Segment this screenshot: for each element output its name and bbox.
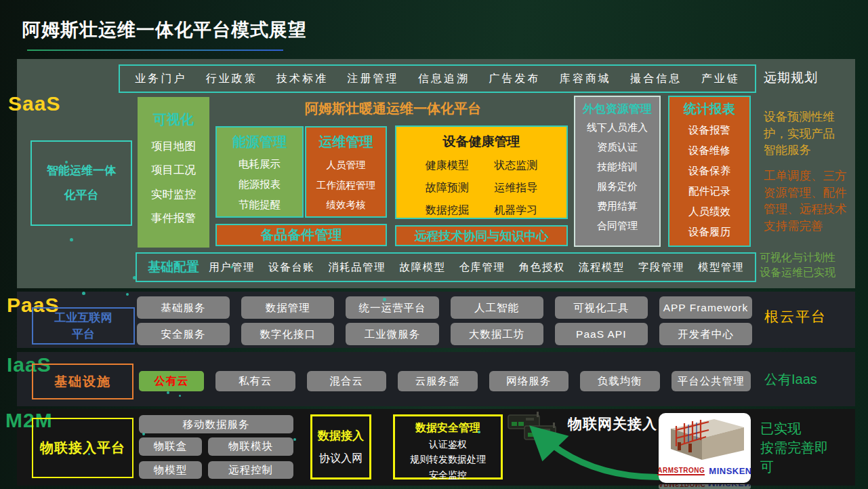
decor-dot: [293, 438, 296, 441]
decor-dot: [133, 276, 136, 279]
nav-item: 信息追溯: [418, 72, 470, 86]
health-item: 状态监测: [482, 159, 551, 173]
data-security-item: 安全监控: [395, 467, 501, 482]
iot-access-platform-box: 物联接入平台: [32, 418, 133, 478]
industrial-internet-platform-label: 工业互联网平台: [51, 310, 116, 343]
visualization-item: 项目地图: [138, 134, 209, 158]
ops-item: 工作流程管理: [306, 176, 386, 196]
visualization-item: 事件报警: [138, 206, 209, 230]
saas-top-nav: 业务门户行业政策技术标准注册管理信息追溯广告发布库容商城撮合信息产业链: [119, 64, 756, 93]
energy-item: 节能提醒: [217, 195, 302, 215]
data-security-items: 认证鉴权规则转发数据处理安全监控: [395, 437, 501, 482]
ops-mgmt-box: 运维管理 人员管理工作流程管理绩效考核: [305, 126, 387, 218]
energy-item: 能源报表: [217, 174, 302, 195]
note-predictive-maintenance: 设备预测性维护，实现产品智能服务: [764, 109, 842, 159]
armstrong-logo: ARMSTRONG: [657, 467, 705, 475]
reports-item: 配件记录: [669, 181, 749, 201]
base-config-item: 仓库管理: [459, 260, 505, 275]
decor-dot: [167, 391, 169, 394]
note-to-improve: 工单调度、三方资源管理、配件管理、远程技术支持需完善: [764, 168, 849, 234]
data-security-title: 数据安全管理: [395, 421, 501, 435]
decor-dot: [65, 161, 68, 163]
iaas-services-row: 私有云混合云云服务器网络服务负载均衡平台公共管理: [215, 371, 751, 391]
outsourcing-items: 线下人员准入资质认证技能培训服务定价费用结算合同管理: [575, 118, 659, 236]
equipment-health-title: 设备健康管理: [396, 133, 566, 151]
base-config-bar: 基础配置 用户管理设备台账消耗品管理故障模型仓库管理角色授权流程模型字段管理模型…: [136, 252, 756, 282]
public-cloud-chip: 公有云: [139, 371, 204, 391]
remote-knowledge-bar: 远程技术协同与知识中心: [395, 225, 568, 246]
base-config-item: 字段管理: [638, 260, 684, 275]
nav-item: 广告发布: [489, 72, 540, 86]
note-rootcloud: 根云平台: [764, 307, 827, 326]
paas-service-chip: 数据管理: [241, 296, 334, 319]
energy-mgmt-items: 电耗展示能源报表节能提醒: [217, 154, 302, 216]
health-item: 数据挖掘: [413, 203, 482, 218]
smart-platform-label: 智能运维一体化平台: [44, 159, 119, 207]
paas-service-chip: 安全服务: [137, 323, 230, 345]
slide: 阿姆斯壮运维一体化平台模式展望 SaaS 业务门户行业政策技术标准注册管理信息追…: [0, 0, 868, 489]
base-config-items: 用户管理设备台账消耗品管理故障模型仓库管理角色授权流程模型字段管理模型管理: [209, 260, 744, 275]
reports-box: 统计报表 设备报警设备维修设备保养配件记录人员绩效设备履历: [668, 96, 751, 247]
reports-items: 设备报警设备维修设备保养配件记录人员绩效设备履历: [669, 120, 749, 241]
decor-dot: [383, 298, 386, 301]
title-underline: [27, 50, 283, 51]
paas-service-chip: 大数据工坊: [451, 323, 543, 345]
reports-item: 设备履历: [669, 222, 749, 242]
nav-item: 注册管理: [348, 72, 399, 86]
smart-platform-box: 智能运维一体化平台: [30, 140, 132, 226]
decor-dot: [88, 453, 90, 455]
iaas-service-chip: 云服务器: [398, 371, 478, 391]
equipment-health-items: 健康模型状态监测故障预测运维指导数据挖掘机器学习: [396, 159, 566, 218]
note-long-term-plan: 远期规划: [764, 69, 818, 87]
outsourcing-item: 线下人员准入: [575, 118, 659, 138]
data-security-item: 规则转发数据处理: [395, 452, 501, 467]
industrial-internet-platform-box: 工业互联网平台: [32, 307, 135, 345]
decor-dot: [82, 292, 85, 295]
paas-service-chip: 统一运营平台: [346, 296, 438, 319]
decor-dot: [142, 433, 145, 435]
note-m2m-achieved: 已实现 按需完善即可: [760, 419, 840, 476]
iaas-service-chip: 网络服务: [489, 371, 569, 391]
reports-item: 设备维修: [669, 140, 749, 161]
reports-item: 人员绩效: [669, 201, 749, 222]
data-access-box: 数据接入 协议入网: [310, 414, 371, 480]
iaas-service-chip: 私有云: [215, 371, 295, 391]
paas-service-chip: 人工智能: [451, 296, 543, 319]
center-platform-title: 阿姆斯壮暖通运维一体化平台: [285, 100, 501, 118]
note-achieved-visualization: 可视化与计划性设备运维已实现: [760, 250, 838, 281]
nav-item: 技术标准: [276, 72, 328, 86]
data-security-item: 认证鉴权: [395, 437, 501, 452]
iaas-service-chip: 平台公共管理: [671, 371, 751, 391]
outsourcing-item: 技能培训: [575, 157, 659, 177]
energy-item: 电耗展示: [217, 154, 302, 174]
paas-service-chip: 工业微服务: [346, 323, 438, 345]
base-config-item: 设备台账: [268, 260, 314, 275]
nav-item: 库容商城: [560, 72, 611, 86]
visualization-box: 可视化 项目地图项目工况实时监控事件报警: [138, 97, 209, 248]
minsken-logo: MINSKEN: [709, 466, 751, 476]
iaas-service-chip: 负载均衡: [580, 371, 660, 391]
visualization-title: 可视化: [138, 111, 209, 129]
ops-item: 人员管理: [306, 155, 386, 176]
paas-service-chip: APP Framework: [659, 296, 752, 319]
equipment-health-box: 设备健康管理 健康模型状态监测故障预测运维指导数据挖掘机器学习: [395, 125, 568, 219]
nav-item: 撮合信息: [630, 72, 682, 86]
outsourcing-title: 外包资源管理: [575, 101, 659, 117]
paas-service-chip: 基础服务: [137, 296, 230, 319]
reports-title: 统计报表: [669, 100, 749, 118]
paas-service-chip: PaaS API: [555, 323, 648, 345]
paas-services-row1: 基础服务数据管理统一运营平台人工智能可视化工具APP Framework: [137, 296, 752, 319]
saas-layer-label: SaaS: [8, 92, 60, 115]
base-config-item: 故障模型: [399, 260, 445, 275]
base-config-item: 消耗品管理: [328, 260, 386, 275]
m2m-service-chip: 远程控制: [208, 461, 293, 480]
base-config-item: 流程模型: [579, 260, 625, 275]
infrastructure-box: 基础设施: [32, 364, 133, 399]
visualization-item: 项目工况: [138, 158, 209, 182]
paas-service-chip: 可视化工具: [555, 296, 648, 319]
health-item: 机器学习: [482, 203, 551, 218]
page-title: 阿姆斯壮运维一体化平台模式展望: [22, 18, 307, 42]
base-config-item: 模型管理: [698, 260, 744, 275]
brand-logos: ARMSTRONG MINSKEN: [661, 466, 748, 476]
energy-mgmt-title: 能源管理: [217, 133, 302, 151]
